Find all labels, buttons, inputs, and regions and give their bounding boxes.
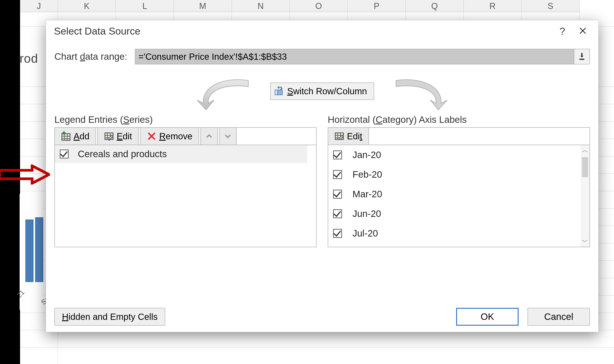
partial-chart-title: rod — [20, 51, 38, 65]
switch-row: Switch Row/Column — [54, 69, 590, 114]
select-data-source-dialog: Select Data Source ? Chart data range: — [46, 20, 599, 332]
edit-icon — [334, 131, 344, 141]
arrow-curve-left-icon — [197, 79, 257, 110]
col-header[interactable]: N — [232, 0, 290, 12]
axis-item[interactable]: Jan-20 — [328, 145, 581, 165]
switch-icon — [274, 86, 284, 96]
axis-checkbox[interactable] — [333, 150, 342, 159]
col-header[interactable]: P — [348, 0, 406, 12]
col-header[interactable]: R — [464, 0, 522, 12]
axis-toolbar: Edit — [328, 127, 590, 145]
legend-entries-title: Legend Entries (Series) — [54, 114, 317, 125]
remove-series-button[interactable]: Remove — [140, 127, 199, 145]
move-series-up-button[interactable] — [200, 127, 218, 145]
close-button[interactable] — [573, 26, 593, 36]
col-header[interactable]: L — [116, 0, 174, 12]
add-icon — [61, 131, 71, 141]
collapse-range-icon — [577, 52, 587, 62]
axis-item[interactable]: Mar-20 — [328, 184, 581, 204]
chart-fragment: 21 Sep-2 — [20, 194, 44, 310]
chart-bar — [35, 217, 43, 282]
dialog-footer: Hidden and Empty Cells OK Cancel — [46, 308, 598, 326]
switch-row-column-button[interactable]: Switch Row/Column — [270, 82, 374, 100]
series-item[interactable]: Cereals and products — [55, 145, 307, 163]
slide-margin — [0, 0, 20, 364]
dialog-titlebar: Select Data Source ? — [46, 20, 598, 42]
remove-icon — [147, 131, 157, 141]
axis-label: Jun-20 — [353, 208, 381, 219]
axis-item[interactable]: Jul-20 — [328, 223, 581, 243]
chevron-up-icon — [204, 131, 214, 141]
axis-item[interactable]: Feb-20 — [328, 165, 581, 184]
chart-data-range-label: Chart data range: — [54, 51, 127, 62]
axis-checkbox[interactable] — [333, 190, 342, 199]
edit-axis-labels-button[interactable]: Edit — [328, 127, 369, 145]
ok-button[interactable]: OK — [456, 308, 519, 326]
axis-scrollbar[interactable]: ︿ ﹀ — [581, 145, 589, 247]
axis-labels-title: Horizontal (Category) Axis Labels — [328, 114, 590, 125]
col-header[interactable]: O — [290, 0, 348, 12]
help-button[interactable]: ? — [552, 25, 573, 37]
axis-checkbox[interactable] — [333, 170, 342, 179]
chart-data-range-field — [135, 49, 590, 65]
chevron-down-icon — [223, 131, 233, 141]
col-header[interactable]: K — [58, 0, 116, 12]
axis-labels-list[interactable]: Jan-20Feb-20Mar-20Jun-20Jul-20 ︿ ﹀ — [328, 145, 590, 247]
series-label: Cereals and products — [78, 149, 167, 159]
scroll-down-icon[interactable]: ﹀ — [582, 237, 588, 246]
legend-entries-panel: Legend Entries (Series) Add Edit — [54, 114, 317, 247]
cancel-button[interactable]: Cancel — [527, 308, 590, 326]
col-header[interactable]: M — [174, 0, 232, 12]
chart-data-range-row: Chart data range: — [54, 49, 590, 65]
axis-checkbox[interactable] — [333, 209, 342, 218]
axis-labels-panel: Horizontal (Category) Axis Labels Edit J… — [328, 114, 590, 247]
axis-label: Jul-20 — [353, 228, 378, 239]
axis-label: Feb-20 — [353, 169, 382, 180]
hidden-empty-cells-button[interactable]: Hidden and Empty Cells — [54, 308, 165, 326]
svg-rect-2 — [62, 134, 70, 140]
axis-item[interactable]: Jun-20 — [328, 204, 581, 223]
chart-data-range-input[interactable] — [135, 49, 574, 64]
add-series-button[interactable]: Add — [54, 127, 96, 145]
col-header[interactable]: Q — [406, 0, 464, 12]
series-list[interactable]: Cereals and products — [54, 145, 317, 247]
move-series-down-button[interactable] — [219, 127, 236, 145]
chart-bar — [26, 220, 33, 282]
column-headers: J K L M N O P Q R S — [20, 0, 614, 12]
axis-checkbox[interactable] — [333, 229, 342, 238]
scrollbar-thumb[interactable] — [582, 157, 588, 177]
edit-icon — [104, 131, 114, 141]
close-icon — [578, 32, 587, 36]
edit-series-button[interactable]: Edit — [97, 127, 139, 145]
axis-label: Mar-20 — [353, 189, 382, 199]
arrow-curve-right-icon — [387, 79, 447, 110]
col-header[interactable]: J — [20, 0, 58, 12]
series-checkbox[interactable] — [60, 150, 69, 158]
dialog-title: Select Data Source — [54, 26, 552, 37]
collapse-dialog-button[interactable] — [574, 49, 589, 64]
col-header[interactable]: S — [522, 0, 580, 12]
series-toolbar: Add Edit Remove — [54, 127, 317, 145]
axis-label: Jan-20 — [353, 150, 381, 160]
svg-rect-1 — [275, 90, 278, 95]
scroll-up-icon[interactable]: ︿ — [582, 146, 588, 155]
